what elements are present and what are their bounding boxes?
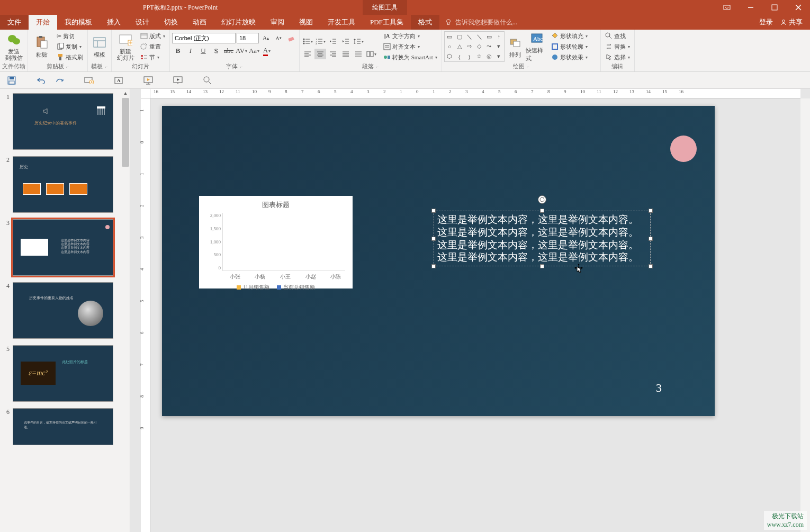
section-button[interactable]: 节▾	[138, 52, 167, 62]
layout-button[interactable]: 版式▾	[138, 31, 167, 41]
shape-line-icon[interactable]: ＼	[466, 33, 472, 41]
columns-icon[interactable]: ▾	[365, 49, 377, 59]
replace-button[interactable]: 替换▾	[603, 42, 632, 52]
paragraph-launcher-icon[interactable]: ⌐	[376, 64, 379, 69]
shape-brace-icon[interactable]: {	[458, 53, 461, 60]
scrollbar-handle[interactable]	[122, 98, 129, 167]
resize-handle-e[interactable]	[649, 237, 653, 241]
template-button[interactable]: 模板	[90, 31, 109, 62]
tab-view[interactable]: 视图	[292, 15, 320, 30]
ribbon-options-icon[interactable]	[715, 0, 739, 15]
share-button[interactable]: 共享	[780, 17, 803, 27]
thumbnail-scrollbar[interactable]: ▲	[121, 89, 130, 532]
shape-rect-icon[interactable]: ▢	[457, 33, 462, 40]
new-slide-button[interactable]: 新建 幻灯片	[114, 31, 137, 62]
editor-scrollbar[interactable]	[800, 98, 810, 532]
thumbnail-2[interactable]: 2 历史	[2, 156, 128, 213]
minimize-icon[interactable]	[739, 0, 762, 15]
pink-circle-shape[interactable]	[670, 136, 697, 162]
tab-transition[interactable]: 切换	[157, 15, 185, 30]
resize-handle-s[interactable]	[540, 264, 544, 268]
save-icon[interactable]	[6, 75, 17, 86]
shape-brace2-icon[interactable]: }	[468, 53, 471, 60]
bullets-icon[interactable]: ▾	[302, 36, 313, 47]
shape-fill-button[interactable]: 形状填充▾	[549, 31, 590, 41]
tab-design[interactable]: 设计	[128, 15, 157, 30]
underline-icon[interactable]: U	[197, 46, 209, 56]
shapes-gallery[interactable]: ▭▢＼＼▭↑ ○△⇨◇⤳▾ ⬡{}☆◎▾	[444, 31, 505, 62]
italic-icon[interactable]: I	[185, 46, 196, 56]
font-color-icon[interactable]: A▾	[261, 46, 273, 56]
shape-diamond-icon[interactable]: ◇	[477, 43, 481, 50]
thumbnail-6[interactable]: 6 说事件的名言，或支持你的论文或声明目的的一般引述。	[2, 408, 128, 445]
arrange-button[interactable]: 排列	[506, 31, 525, 62]
text-direction-button[interactable]: ||A文字方向▾	[381, 31, 439, 41]
chart[interactable]: 图表标题 2,0001,5001,0005000 小张小杨小王小赵小陈 11月销…	[199, 196, 353, 288]
tab-developer[interactable]: 开发工具	[320, 15, 363, 30]
font-launcher-icon[interactable]: ⌐	[240, 64, 242, 69]
scroll-up-icon[interactable]: ▲	[121, 89, 130, 97]
bold-icon[interactable]: B	[172, 46, 184, 56]
qat-zoom-icon[interactable]	[202, 75, 213, 86]
vertical-ruler[interactable]: 10123456789	[141, 98, 150, 532]
format-painter-button[interactable]: 格式刷	[55, 52, 85, 62]
clipboard-launcher-icon[interactable]: ⌐	[66, 64, 69, 69]
shape-arrow-up-icon[interactable]: ↑	[498, 33, 501, 40]
paste-button[interactable]: 粘贴	[30, 31, 53, 62]
qat-new-slide-icon[interactable]	[84, 75, 94, 86]
qat-slideshow-current-icon[interactable]	[173, 75, 183, 86]
strikethrough-icon[interactable]: abc	[223, 46, 235, 56]
smartart-button[interactable]: 转换为 SmartArt▾	[381, 52, 439, 62]
shape-line2-icon[interactable]: ＼	[476, 33, 482, 41]
clear-format-icon[interactable]	[285, 33, 297, 43]
quick-styles-button[interactable]: Abc 快速样式	[526, 31, 548, 62]
align-text-button[interactable]: 对齐文本▾	[381, 42, 439, 52]
distribute-icon[interactable]	[353, 49, 364, 59]
thumbnail-4[interactable]: 4 历史事件的重要人物的姓名	[2, 282, 128, 339]
decrease-indent-icon[interactable]	[327, 36, 339, 47]
tab-review[interactable]: 审阅	[263, 15, 292, 30]
numbering-icon[interactable]: 123▾	[314, 36, 326, 47]
resize-handle-nw[interactable]	[431, 209, 436, 213]
shape-oval-icon[interactable]: ○	[448, 43, 452, 50]
copy-button[interactable]: 复制▾	[55, 42, 85, 52]
shape-callout-icon[interactable]: ◎	[487, 53, 492, 60]
char-spacing-icon[interactable]: AV▾	[236, 46, 247, 56]
increase-indent-icon[interactable]	[340, 36, 352, 47]
thumbnail-3[interactable]: 3 这里是举例文本内容这里是举例文本内容这里是举例文本内容这里是举例文本内容	[2, 219, 128, 276]
change-case-icon[interactable]: Aa▾	[248, 46, 260, 56]
line-spacing-icon[interactable]: ▾	[353, 36, 364, 47]
shape-triangle-icon[interactable]: △	[457, 43, 462, 50]
drawing-launcher-icon[interactable]: ⌐	[527, 64, 529, 69]
shape-more-icon[interactable]: ▾	[497, 43, 500, 50]
select-button[interactable]: 选择▾	[603, 52, 632, 62]
shape-rect2-icon[interactable]: ▭	[487, 33, 492, 40]
redo-icon[interactable]	[54, 75, 65, 86]
login-link[interactable]: 登录	[759, 17, 773, 27]
shape-connector-icon[interactable]: ⤳	[487, 43, 491, 50]
align-center-icon[interactable]	[314, 49, 326, 59]
tab-file[interactable]: 文件	[0, 15, 29, 30]
rotate-handle[interactable]	[538, 195, 546, 204]
tab-home[interactable]: 开始	[29, 15, 57, 30]
tab-slideshow[interactable]: 幻灯片放映	[214, 15, 263, 30]
shape-arrow-icon[interactable]: ⇨	[467, 43, 472, 50]
shape-textbox-icon[interactable]: ▭	[447, 33, 452, 40]
find-button[interactable]: 查找	[603, 31, 632, 41]
shape-hexagon-icon[interactable]: ⬡	[447, 53, 452, 60]
tab-animation[interactable]: 动画	[185, 15, 214, 30]
tab-pdf[interactable]: PDF工具集	[363, 15, 411, 30]
qat-textbox-icon[interactable]: A	[113, 75, 124, 86]
shape-expand-icon[interactable]: ▾	[497, 53, 500, 60]
tab-insert[interactable]: 插入	[100, 15, 128, 30]
align-right-icon[interactable]	[327, 49, 339, 59]
thumbnail-5[interactable]: 5 ε=mc² 此处照片的标题	[2, 345, 128, 402]
shadow-icon[interactable]: S	[210, 46, 222, 56]
resize-handle-w[interactable]	[431, 237, 436, 241]
thumbnail-1[interactable]: 1 历史记录中的著名事件	[2, 93, 128, 150]
maximize-icon[interactable]	[762, 0, 786, 15]
reset-button[interactable]: 重置	[138, 42, 167, 52]
resize-handle-ne[interactable]	[649, 209, 653, 213]
text-box-shape[interactable]: 这里是举例文本内容，这里是举例文本内容。 这里是举例文本内容，这里是举例文本内容…	[434, 211, 651, 266]
justify-icon[interactable]	[340, 49, 352, 59]
